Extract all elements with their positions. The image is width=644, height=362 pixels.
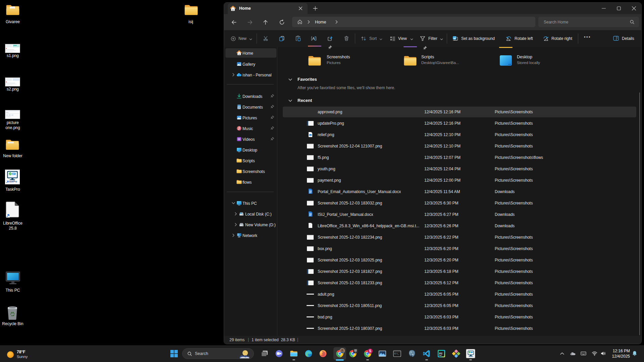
svg-text:C:\_: C:\_: [394, 353, 399, 355]
svg-text:PC: PC: [439, 352, 443, 355]
svg-text:TaskPro: TaskPro: [469, 356, 474, 357]
svg-text:TaskPro: TaskPro: [8, 180, 17, 183]
